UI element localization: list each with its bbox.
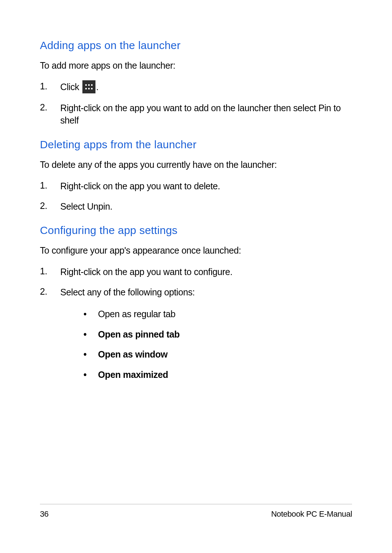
step-text: Select any of the following options:	[60, 287, 195, 297]
bullet-icon: •	[82, 328, 98, 341]
step-1: 1. Right-click on the app you want to de…	[40, 180, 352, 193]
steps-deleting-apps: 1. Right-click on the app you want to de…	[40, 180, 352, 213]
step-body: Select any of the following options: • O…	[60, 286, 352, 389]
steps-adding-apps: 1. Click . 2. R	[40, 81, 352, 127]
svg-rect-2	[91, 84, 93, 86]
heading-deleting-apps: Deleting apps from the launcher	[40, 138, 352, 151]
options-list: • Open as regular tab • Open as pinned t…	[82, 308, 352, 381]
section-configuring-apps: Conﬁguring the app settings To conﬁgure …	[40, 224, 352, 389]
option-regular-tab: • Open as regular tab	[82, 308, 352, 320]
intro-adding-apps: To add more apps on the launcher:	[40, 60, 352, 71]
bullet-icon: •	[82, 369, 98, 381]
step-number: 2.	[40, 286, 60, 297]
option-text: Open as window	[98, 348, 352, 361]
bullet-icon: •	[82, 348, 98, 361]
step-body: Right-click on the app you want to conﬁg…	[60, 266, 352, 278]
heading-configuring-apps: Conﬁguring the app settings	[40, 224, 352, 237]
step-body: Click .	[60, 81, 352, 94]
step-body: Right-click on the app you want to add o…	[60, 102, 352, 127]
option-pinned-tab: • Open as pinned tab	[82, 328, 352, 341]
step-number: 2.	[40, 201, 60, 211]
step-number: 1.	[40, 266, 60, 276]
step-text-pre: Click	[60, 82, 82, 92]
svg-rect-4	[88, 88, 90, 89]
step-body: Select Unpin.	[60, 201, 352, 213]
step-2: 2. Right-click on the app you want to ad…	[40, 102, 352, 127]
step-2: 2. Select Unpin.	[40, 201, 352, 213]
apps-grid-icon	[82, 80, 95, 93]
doc-title: Notebook PC E-Manual	[271, 509, 352, 519]
option-text: Open as regular tab	[98, 308, 352, 320]
heading-adding-apps: Adding apps on the launcher	[40, 39, 352, 52]
bullet-icon: •	[82, 308, 98, 320]
step-number: 1.	[40, 81, 60, 92]
intro-deleting-apps: To delete any of the apps you currently …	[40, 160, 352, 170]
option-maximized: • Open maximized	[82, 369, 352, 381]
step-number: 1.	[40, 180, 60, 191]
section-deleting-apps: Deleting apps from the launcher To delet…	[40, 138, 352, 213]
step-body: Right-click on the app you want to delet…	[60, 180, 352, 193]
step-number: 2.	[40, 102, 60, 113]
option-text: Open maximized	[98, 369, 352, 381]
svg-rect-0	[85, 84, 87, 86]
option-window: • Open as window	[82, 348, 352, 361]
svg-rect-1	[88, 84, 90, 86]
step-text-post: .	[96, 82, 99, 92]
section-adding-apps: Adding apps on the launcher To add more …	[40, 39, 352, 127]
step-1: 1. Right-click on the app you want to co…	[40, 266, 352, 278]
svg-rect-5	[91, 88, 93, 89]
step-2: 2. Select any of the following options: …	[40, 286, 352, 389]
steps-configuring-apps: 1. Right-click on the app you want to co…	[40, 266, 352, 389]
step-1: 1. Click .	[40, 81, 352, 94]
intro-configuring-apps: To conﬁgure your app's appearance once l…	[40, 245, 352, 256]
footer: 36 Notebook PC E-Manual	[40, 504, 352, 519]
svg-rect-3	[85, 88, 87, 89]
option-text: Open as pinned tab	[98, 328, 352, 341]
page: Adding apps on the launcher To add more …	[0, 0, 392, 553]
page-number: 36	[40, 509, 49, 519]
